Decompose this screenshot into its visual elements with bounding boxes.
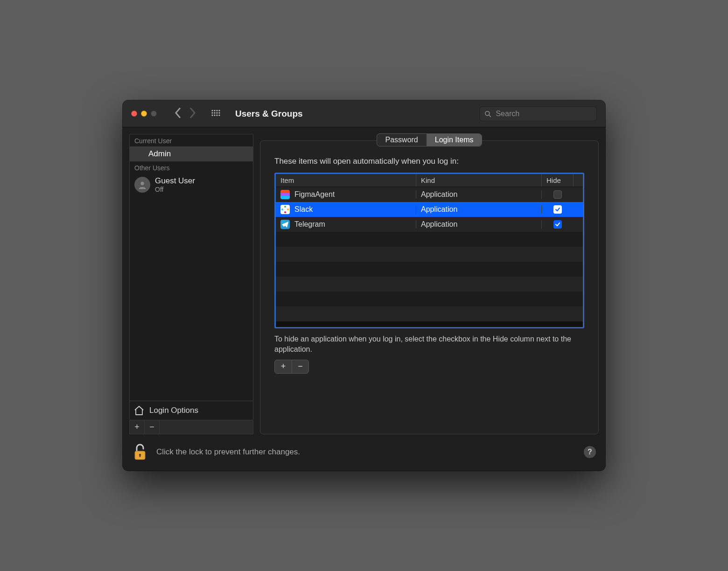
svg-point-8 [211,114,213,116]
table-row[interactable]: SlackApplication [276,202,583,217]
login-options-label: Login Options [149,406,198,415]
column-kind[interactable]: Kind [416,174,541,187]
table-row [276,262,583,277]
svg-point-2 [216,110,217,111]
svg-point-3 [218,110,220,111]
svg-point-11 [218,114,220,116]
item-name: Slack [294,205,313,214]
svg-line-13 [489,115,491,117]
add-login-item-button[interactable]: + [275,360,292,373]
item-name: FigmaAgent [294,190,335,199]
svg-point-9 [214,114,215,116]
item-kind: Application [416,190,541,199]
nav-arrows [175,108,196,120]
tab-password[interactable]: Password [377,134,427,146]
user-list: Current User Admin Other Users Guest Use… [129,134,253,420]
body: Current User Admin Other Users Guest Use… [123,127,605,434]
hide-checkbox[interactable] [553,220,562,229]
toolbar: Users & Groups [123,100,605,127]
hide-checkbox[interactable] [553,190,562,199]
tab-login-items[interactable]: Login Items [427,134,482,146]
table-row[interactable]: FigmaAgentApplication [276,187,583,202]
close-button[interactable] [131,111,137,117]
login-items-panel: These items will open automatically when… [260,140,599,434]
footer: Click the lock to prevent further change… [123,434,605,471]
maximize-button [151,111,157,117]
window-title: Users & Groups [235,109,303,119]
item-kind: Application [416,205,541,214]
sidebar: Current User Admin Other Users Guest Use… [129,134,253,434]
svg-point-6 [216,112,217,113]
svg-point-4 [211,112,213,113]
item-name: Telegram [294,220,325,229]
tab-bar: Password Login Items [377,133,483,146]
table-row [276,247,583,262]
figma-icon [280,190,290,199]
table-row[interactable]: TelegramApplication [276,217,583,232]
guest-user-status: Off [155,186,195,193]
svg-point-10 [216,114,217,116]
column-scroll [573,174,583,187]
table-row [276,277,583,292]
hide-checkbox[interactable] [553,205,562,214]
telegram-icon [280,220,290,229]
hint-text: To hide an application when you log in, … [274,334,584,355]
column-item[interactable]: Item [276,174,416,187]
table-header: Item Kind Hide [276,174,583,187]
table-row [276,306,583,321]
search-icon [484,110,491,118]
remove-login-item-button[interactable]: − [292,360,308,373]
column-hide[interactable]: Hide [541,174,573,187]
table-row [276,232,583,247]
svg-rect-22 [140,455,140,457]
guest-user-name: Guest User [155,176,195,186]
show-all-icon[interactable] [211,109,220,118]
preferences-window: Users & Groups Current User Admin Other … [123,100,605,471]
svg-point-1 [214,110,215,111]
svg-point-5 [214,112,215,113]
slack-icon [280,205,290,214]
main: Password Login Items These items will op… [260,134,599,434]
search-input[interactable] [495,109,592,118]
add-user-button[interactable]: + [130,420,145,434]
back-button[interactable] [175,108,181,120]
avatar-icon [134,177,150,193]
minimize-button[interactable] [141,111,147,117]
other-users-header: Other Users [130,161,253,174]
lock-hint-text: Click the lock to prevent further change… [156,447,300,457]
svg-rect-18 [284,211,286,213]
house-icon [133,405,145,416]
forward-button [189,108,196,120]
current-user-name: Admin [148,149,171,159]
help-button[interactable]: ? [584,446,596,458]
current-user-row[interactable]: Admin [130,146,253,161]
sidebar-footer: + − [129,420,253,434]
current-user-header: Current User [130,134,253,146]
add-remove-login-items: + − [274,360,309,374]
svg-rect-15 [281,209,283,210]
traffic-lights [131,111,157,117]
intro-text: These items will open automatically when… [274,157,584,166]
login-options-button[interactable]: Login Options [130,401,253,420]
table-row [276,292,583,306]
svg-rect-16 [284,206,286,208]
table-body: FigmaAgentApplicationSlackApplicationTel… [276,187,583,327]
svg-point-14 [140,181,144,185]
lock-icon[interactable] [132,443,148,461]
item-kind: Application [416,220,541,229]
svg-rect-17 [287,209,289,210]
login-items-table: Item Kind Hide FigmaAgentApplicationSlac… [274,173,584,328]
svg-point-0 [211,110,213,111]
search-field[interactable] [479,106,597,121]
svg-point-7 [218,112,220,113]
remove-user-button: − [145,420,160,434]
guest-user-row[interactable]: Guest User Off [130,174,253,196]
